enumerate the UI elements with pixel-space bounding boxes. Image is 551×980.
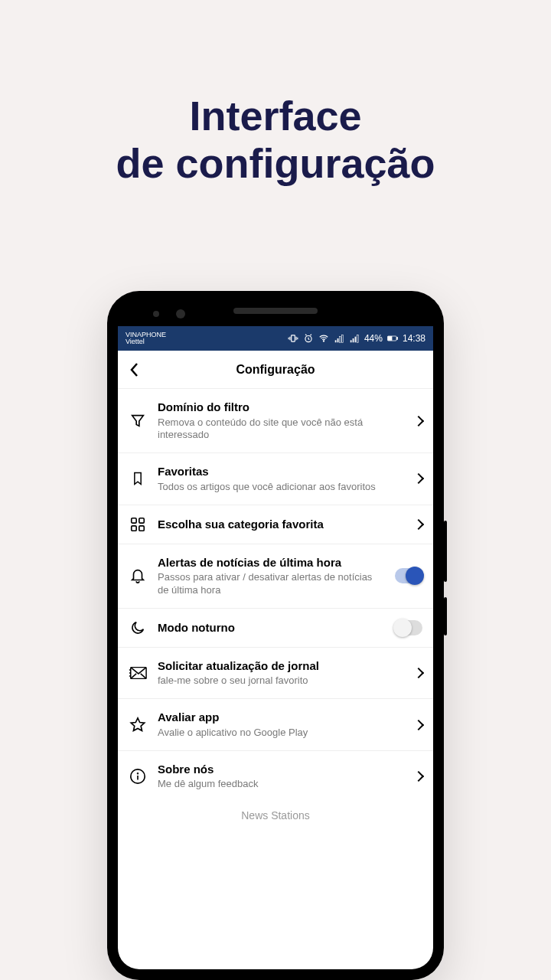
item-subtitle: fale-me sobre o seu jornal favorito bbox=[158, 675, 381, 688]
chevron-left-icon bbox=[129, 362, 140, 377]
item-title: Modo noturno bbox=[158, 620, 381, 635]
toggle-switch[interactable] bbox=[392, 620, 422, 635]
item-body: Modo noturno bbox=[158, 620, 381, 635]
chevron-right-icon bbox=[392, 521, 422, 528]
svg-rect-6 bbox=[341, 335, 343, 342]
item-title: Escolha sua categoria favorita bbox=[158, 517, 381, 532]
settings-item[interactable]: Modo noturno bbox=[118, 609, 433, 648]
svg-rect-8 bbox=[353, 338, 354, 342]
battery-percent: 44% bbox=[364, 333, 383, 344]
settings-item[interactable]: Escolha sua categoria favorita bbox=[118, 505, 433, 544]
svg-rect-9 bbox=[355, 337, 357, 343]
vibrate-icon bbox=[288, 333, 298, 344]
mail-icon bbox=[129, 666, 147, 680]
grid-icon bbox=[129, 516, 147, 533]
item-subtitle: Remova o conteúdo do site que você não e… bbox=[158, 416, 381, 443]
settings-item[interactable]: FavoritasTodos os artigos que você adici… bbox=[118, 453, 433, 505]
settings-list: Domínio do filtroRemova o conteúdo do si… bbox=[118, 389, 433, 802]
status-bar: VINAPHONE Viettel 44% 14:38 bbox=[118, 326, 433, 351]
item-title: Solicitar atualização de jornal bbox=[158, 658, 381, 674]
item-subtitle: Avalie o aplicativo no Google Play bbox=[158, 727, 381, 740]
status-carriers: VINAPHONE Viettel bbox=[126, 332, 166, 345]
phone-screen: VINAPHONE Viettel 44% 14:38 Configuração… bbox=[118, 326, 433, 969]
svg-point-20 bbox=[138, 773, 139, 774]
settings-item[interactable]: Alertas de notícias de última horaPassos… bbox=[118, 544, 433, 609]
battery-icon bbox=[387, 333, 398, 344]
svg-rect-17 bbox=[139, 526, 144, 531]
app-footer-name: News Stations bbox=[118, 802, 433, 822]
svg-rect-10 bbox=[357, 335, 358, 342]
item-body: Alertas de notícias de última horaPassos… bbox=[158, 555, 381, 597]
svg-rect-0 bbox=[292, 335, 295, 341]
item-title: Alertas de notícias de última hora bbox=[158, 555, 381, 570]
phone-frame: VINAPHONE Viettel 44% 14:38 Configuração… bbox=[107, 291, 444, 980]
app-header: Configuração bbox=[118, 351, 433, 389]
item-body: Sobre nósMe dê algum feedback bbox=[158, 762, 381, 791]
hero-title: Interface de configuração bbox=[0, 0, 551, 187]
item-body: Escolha sua categoria favorita bbox=[158, 517, 381, 532]
back-button[interactable] bbox=[118, 362, 152, 377]
hero-line-1: Interface bbox=[0, 92, 551, 139]
item-subtitle: Passos para ativar / desativar alertas d… bbox=[158, 571, 381, 597]
chevron-right-icon bbox=[392, 773, 422, 780]
item-body: Solicitar atualização de jornalfale-me s… bbox=[158, 658, 381, 688]
phone-side-button bbox=[444, 597, 447, 635]
signal-icon bbox=[334, 333, 344, 344]
star-icon bbox=[129, 717, 147, 733]
carrier-secondary: Viettel bbox=[126, 338, 166, 345]
alarm-icon bbox=[303, 333, 314, 344]
item-subtitle: Todos os artigos que você adicionar aos … bbox=[158, 481, 381, 494]
item-body: Domínio do filtroRemova o conteúdo do si… bbox=[158, 400, 381, 442]
bell-icon bbox=[129, 567, 147, 584]
item-body: FavoritasTodos os artigos que você adici… bbox=[158, 464, 381, 493]
phone-side-button bbox=[444, 521, 447, 582]
phone-speaker bbox=[233, 308, 318, 314]
item-title: Favoritas bbox=[158, 464, 381, 479]
svg-rect-12 bbox=[388, 337, 392, 341]
status-right: 44% 14:38 bbox=[288, 333, 425, 344]
svg-rect-4 bbox=[337, 338, 339, 342]
item-subtitle: Me dê algum feedback bbox=[158, 778, 381, 791]
svg-rect-5 bbox=[340, 337, 341, 343]
filter-icon bbox=[129, 413, 147, 430]
svg-rect-16 bbox=[132, 526, 136, 531]
page-title: Configuração bbox=[118, 363, 433, 377]
settings-item[interactable]: Avaliar appAvalie o aplicativo no Google… bbox=[118, 699, 433, 750]
item-title: Avaliar app bbox=[158, 710, 381, 725]
signal-icon bbox=[349, 333, 360, 344]
settings-item[interactable]: Solicitar atualização de jornalfale-me s… bbox=[118, 648, 433, 699]
svg-rect-3 bbox=[335, 340, 337, 342]
item-title: Sobre nós bbox=[158, 762, 381, 777]
chevron-right-icon bbox=[392, 721, 422, 729]
svg-rect-14 bbox=[132, 518, 136, 522]
chevron-right-icon bbox=[392, 417, 422, 425]
hero-line-2: de configuração bbox=[0, 139, 551, 187]
item-title: Domínio do filtro bbox=[158, 400, 381, 415]
settings-item[interactable]: Sobre nósMe dê algum feedback bbox=[118, 751, 433, 802]
svg-rect-7 bbox=[350, 340, 352, 342]
svg-rect-13 bbox=[396, 338, 397, 340]
status-time: 14:38 bbox=[403, 333, 425, 344]
bookmark-icon bbox=[129, 470, 147, 487]
chevron-right-icon bbox=[392, 475, 422, 482]
phone-camera-dot bbox=[176, 309, 185, 318]
item-body: Avaliar appAvalie o aplicativo no Google… bbox=[158, 710, 381, 739]
svg-rect-15 bbox=[139, 518, 144, 522]
moon-icon bbox=[129, 619, 147, 636]
wifi-icon bbox=[318, 333, 329, 344]
settings-item[interactable]: Domínio do filtroRemova o conteúdo do si… bbox=[118, 389, 433, 453]
svg-point-2 bbox=[323, 341, 324, 341]
toggle-switch[interactable] bbox=[392, 568, 422, 583]
info-icon bbox=[129, 768, 147, 785]
chevron-right-icon bbox=[392, 669, 422, 677]
phone-camera-dot bbox=[153, 311, 159, 317]
